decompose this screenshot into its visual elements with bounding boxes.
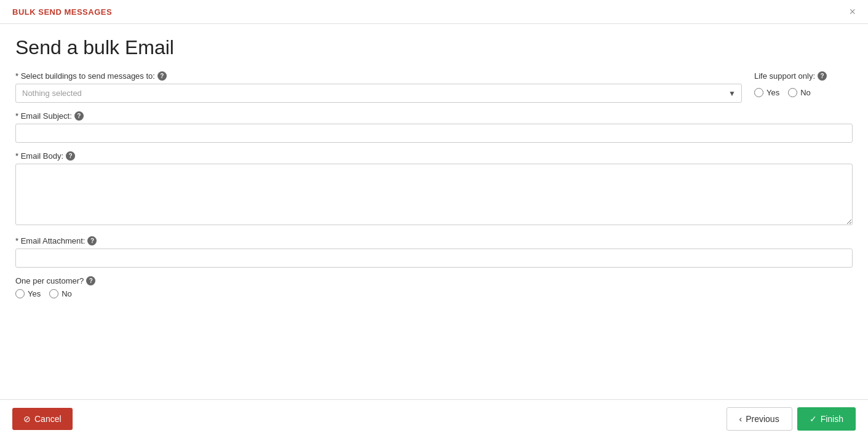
one-per-customer-radio-group: Yes No (15, 289, 853, 298)
email-subject-input[interactable] (15, 124, 853, 143)
buildings-select-wrapper: Nothing selected ▼ (15, 84, 742, 103)
previous-button[interactable]: ‹ Previous (727, 407, 792, 431)
one-per-customer-yes-radio[interactable] (15, 289, 25, 298)
finish-check-icon: ✓ (810, 414, 817, 424)
prev-chevron-icon: ‹ (739, 414, 743, 424)
cancel-button[interactable]: ⊘ Cancel (12, 408, 73, 430)
one-per-customer-section: One per customer? ? Yes No (15, 276, 853, 298)
email-subject-section: * Email Subject: ? (15, 111, 853, 143)
one-per-customer-help-icon[interactable]: ? (86, 276, 95, 285)
life-support-yes-option[interactable]: Yes (754, 88, 779, 97)
email-attachment-label: * Email Attachment: (15, 236, 85, 245)
life-support-radio-group: Yes No (754, 88, 811, 97)
finish-label: Finish (821, 414, 843, 424)
buildings-left: * Select buildings to send messages to: … (15, 71, 742, 103)
life-support-no-option[interactable]: No (788, 88, 811, 97)
one-per-customer-no-option[interactable]: No (49, 289, 72, 298)
modal-body: Send a bulk Email * Select buildings to … (0, 24, 868, 399)
modal-title: BULK SEND MESSAGES (12, 7, 112, 17)
email-subject-label: * Email Subject: (15, 111, 72, 121)
life-support-label: Life support only: (754, 71, 815, 81)
email-body-section: * Email Body: ? (15, 151, 853, 228)
nav-buttons: ‹ Previous ✓ Finish (727, 407, 856, 431)
life-support-yes-label: Yes (766, 88, 779, 97)
life-support-help-icon[interactable]: ? (818, 71, 827, 81)
email-body-help-icon[interactable]: ? (66, 151, 75, 161)
email-attachment-input[interactable] (15, 249, 853, 268)
life-support-yes-radio[interactable] (754, 88, 763, 97)
life-support-no-label: No (800, 88, 811, 97)
buildings-help-icon[interactable]: ? (157, 71, 167, 81)
close-button[interactable]: × (849, 6, 856, 17)
email-body-label: * Email Body: (15, 151, 63, 161)
email-attachment-help-icon[interactable]: ? (87, 236, 97, 245)
one-per-customer-yes-label: Yes (28, 289, 41, 298)
finish-button[interactable]: ✓ Finish (797, 407, 856, 431)
buildings-label: * Select buildings to send messages to: (15, 71, 155, 81)
one-per-customer-yes-option[interactable]: Yes (15, 289, 41, 298)
one-per-customer-no-label: No (62, 289, 72, 298)
one-per-customer-no-radio[interactable] (49, 289, 58, 298)
email-body-textarea[interactable] (15, 164, 853, 225)
buildings-select[interactable]: Nothing selected (15, 84, 742, 103)
cancel-icon: ⊘ (23, 414, 31, 424)
life-support-no-radio[interactable] (788, 88, 797, 97)
email-subject-help-icon[interactable]: ? (74, 111, 84, 121)
page-heading: Send a bulk Email (15, 36, 853, 59)
previous-label: Previous (746, 414, 779, 424)
modal-footer: ⊘ Cancel ‹ Previous ✓ Finish (0, 399, 868, 438)
buildings-section: * Select buildings to send messages to: … (15, 71, 853, 103)
modal-container: BULK SEND MESSAGES × Send a bulk Email *… (0, 0, 868, 438)
life-support-section: Life support only: ? Yes No (754, 71, 853, 97)
one-per-customer-label: One per customer? (15, 276, 84, 285)
email-attachment-section: * Email Attachment: ? (15, 236, 853, 268)
modal-header: BULK SEND MESSAGES × (0, 0, 868, 24)
cancel-label: Cancel (34, 414, 62, 424)
